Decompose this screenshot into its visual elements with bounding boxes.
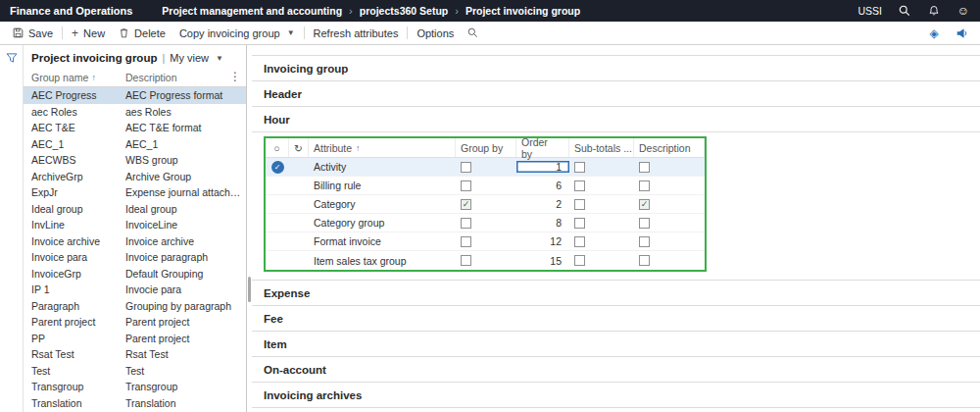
sub-totals-checkbox[interactable] <box>574 236 585 247</box>
list-item[interactable]: TranslationTranslation <box>24 395 246 412</box>
description-checkbox[interactable] <box>639 236 650 247</box>
description-checkbox[interactable] <box>639 218 650 229</box>
list-column-headers: Group name ↑ Description ⋮ <box>24 68 246 87</box>
splitter-grip[interactable] <box>248 277 251 302</box>
list-item[interactable]: TransgroupTransgroup <box>24 379 246 395</box>
group-name-column-header[interactable]: Group name ↑ <box>31 72 125 83</box>
order-by-cell[interactable]: 6 <box>516 180 569 191</box>
order-by-cell[interactable]: 12 <box>516 235 569 247</box>
fasttab-item[interactable]: Item <box>252 332 980 357</box>
list-item[interactable]: Invoice paraInvoice paragraph <box>24 249 246 266</box>
list-item[interactable]: ArchiveGrpArchive Group <box>24 169 246 185</box>
order-by-cell[interactable]: 8 <box>516 217 569 229</box>
action-search-button[interactable] <box>461 22 485 44</box>
hour-grid-row[interactable]: Category✓2✓ <box>266 195 705 214</box>
description-checkbox[interactable]: ✓ <box>639 199 650 210</box>
breadcrumb-area[interactable]: projects360 Setup <box>360 5 448 17</box>
list-item[interactable]: AEC ProgressAEC Progress format <box>24 87 246 104</box>
list-item[interactable]: aec Rolesaes Roles <box>24 104 246 121</box>
order-by-cell[interactable]: 15 <box>516 255 569 267</box>
fasttab-header[interactable]: Header <box>252 81 980 107</box>
order-by-cell[interactable]: 2 <box>516 198 569 210</box>
description-column-header[interactable]: Description <box>634 138 705 157</box>
description-checkbox[interactable] <box>639 255 650 266</box>
group-by-checkbox[interactable] <box>461 236 471 247</box>
power-apps-icon[interactable]: ◈ <box>927 26 941 40</box>
group-by-column-header[interactable]: Group by <box>456 138 516 157</box>
options-button[interactable]: Options <box>410 22 461 44</box>
list-item[interactable]: AECWBSWBS group <box>24 152 246 169</box>
breadcrumb-module[interactable]: Project management and accounting <box>162 5 342 17</box>
group-by-checkbox[interactable] <box>461 255 471 266</box>
list-item[interactable]: InvLineInvoiceLine <box>24 217 246 233</box>
list-item[interactable]: Ideal groupIdeal group <box>24 201 246 218</box>
fasttab-hour[interactable]: Hour <box>252 107 980 132</box>
sub-totals-checkbox[interactable] <box>574 218 585 229</box>
group-by-checkbox[interactable]: ✓ <box>461 199 471 210</box>
list-item[interactable]: ParagraphGrouping by paragraph <box>24 298 246 315</box>
delete-button[interactable]: Delete <box>112 22 172 44</box>
sub-totals-checkbox[interactable] <box>574 162 585 173</box>
list-item[interactable]: Parent projectParent project <box>24 314 246 331</box>
attribute-column-header[interactable]: Attribute↑ <box>309 138 456 157</box>
sub-totals-column-header[interactable]: Sub-totals ... <box>569 138 634 157</box>
filter-funnel-icon[interactable] <box>6 52 18 64</box>
breadcrumb-page[interactable]: Project invoicing group <box>466 5 580 17</box>
sub-totals-checkbox[interactable] <box>574 199 585 210</box>
list-item[interactable]: AEC_1AEC_1 <box>24 136 246 153</box>
description-column-header[interactable]: Description <box>125 72 177 83</box>
announcement-icon[interactable] <box>955 26 968 40</box>
attribute-cell[interactable]: Activity <box>309 161 456 173</box>
attribute-cell[interactable]: Format invoice <box>309 235 456 247</box>
attribute-cell[interactable]: Category group <box>309 217 456 229</box>
list-item[interactable]: Invoice archiveInvoice archive <box>24 233 246 250</box>
refresh-icon[interactable]: ↻ <box>289 138 309 157</box>
group-by-checkbox[interactable] <box>461 162 471 173</box>
attribute-cell[interactable]: Item sales tax group <box>309 255 456 267</box>
attribute-cell[interactable]: Billing rule <box>309 180 456 191</box>
sub-totals-checkbox[interactable] <box>574 255 585 266</box>
search-icon[interactable] <box>898 4 911 18</box>
attribute-cell[interactable]: Category <box>309 198 456 210</box>
select-all-radio[interactable]: ○ <box>266 138 289 157</box>
notifications-bell-icon[interactable] <box>927 4 941 18</box>
hour-grid-row[interactable]: Billing rule6 <box>266 177 705 195</box>
refresh-attributes-label: Refresh attributes <box>314 27 399 39</box>
fasttab-fee[interactable]: Fee <box>252 306 980 332</box>
description-checkbox[interactable] <box>639 162 650 173</box>
list-item[interactable]: ExpJrExpense journal attachme... <box>24 184 246 201</box>
new-button[interactable]: + New <box>65 22 112 44</box>
pane-splitter[interactable] <box>247 45 252 412</box>
order-by-cell[interactable]: 1 <box>516 161 569 173</box>
fasttab-invoicing-archives[interactable]: Invoicing archives <box>252 383 980 408</box>
company-picker[interactable]: USSI <box>858 5 882 17</box>
fasttab-on-account[interactable]: On-account <box>252 357 980 383</box>
sub-totals-checkbox[interactable] <box>574 180 585 191</box>
order-by-column-header[interactable]: Order by <box>516 138 569 157</box>
list-item[interactable]: Rsat TestRsat Test <box>24 346 246 363</box>
more-options-icon[interactable]: ⋮ <box>229 70 241 83</box>
fasttab-expense[interactable]: Expense <box>252 281 980 306</box>
app-title[interactable]: Finance and Operations <box>10 5 132 17</box>
view-selector[interactable]: My view <box>170 52 209 64</box>
description-checkbox[interactable] <box>639 180 650 191</box>
fasttab-invoicing-group[interactable]: Invoicing group <box>252 56 980 81</box>
group-by-checkbox[interactable] <box>461 218 471 229</box>
save-icon <box>13 27 24 38</box>
list-item[interactable]: InvoiceGrpDefault Grouping <box>24 266 246 283</box>
chevron-down-icon[interactable]: ▼ <box>216 54 223 63</box>
hour-grid-row[interactable]: Category group8 <box>266 214 705 232</box>
list-item[interactable]: IP 1Invocie para <box>24 282 246 298</box>
list-item[interactable]: TestTest <box>24 363 246 380</box>
save-button[interactable]: Save <box>6 22 60 44</box>
group-by-checkbox[interactable] <box>461 180 471 191</box>
list-item[interactable]: PPParent project <box>24 331 246 347</box>
hour-grid-row[interactable]: Item sales tax group15 <box>266 251 705 270</box>
refresh-attributes-button[interactable]: Refresh attributes <box>307 22 406 44</box>
hour-grid-row[interactable]: Format invoice12 <box>266 232 705 251</box>
copy-invoicing-group-menu[interactable]: Copy invoicing group ▼ <box>172 22 302 44</box>
hour-grid-row[interactable]: ✓Activity1 <box>266 158 705 177</box>
row-select-cell[interactable]: ✓ <box>266 161 289 174</box>
list-item[interactable]: AEC T&EAEC T&E format <box>24 120 246 136</box>
feedback-smiley-icon[interactable]: ☺ <box>956 4 970 18</box>
